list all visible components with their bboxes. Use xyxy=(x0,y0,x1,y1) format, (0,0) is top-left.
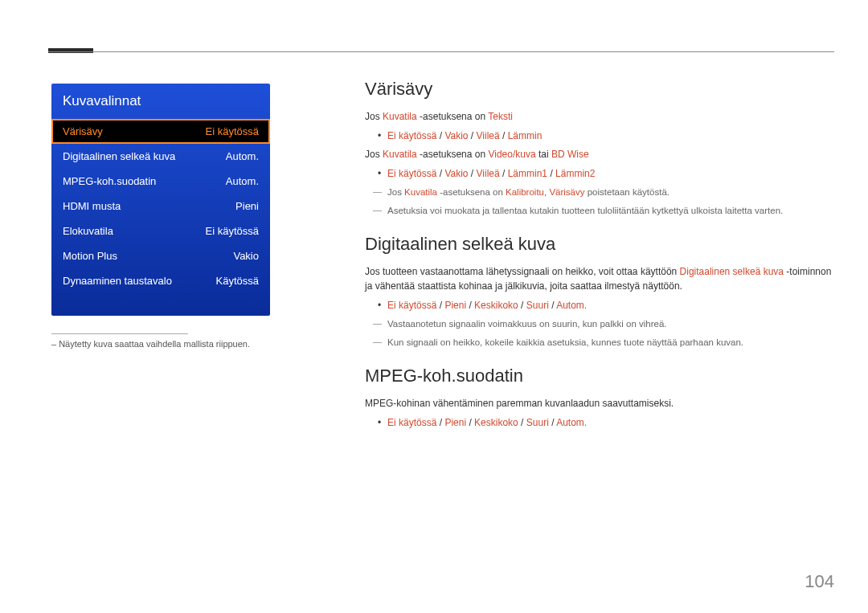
menu-row-value: Ei käytössä xyxy=(206,125,259,137)
section-mpeg: MPEG-koh.suodatin MPEG-kohinan vähentämi… xyxy=(365,366,834,431)
section-heading: MPEG-koh.suodatin xyxy=(365,366,834,386)
menu-row-label: Elokuvatila xyxy=(63,225,113,237)
bullet-item: Ei käytössä / Pieni / Keskikoko / Suuri … xyxy=(365,415,834,431)
header-accent-bar xyxy=(48,48,93,53)
menu-row-label: HDMI musta xyxy=(63,200,121,212)
menu-row-hdmi[interactable]: HDMI musta Pieni xyxy=(51,194,270,219)
menu-row-motion-plus[interactable]: Motion Plus Vakio xyxy=(51,243,270,268)
body-text: Jos Kuvatila -asetuksena on Teksti xyxy=(365,109,834,124)
right-column: Värisävy Jos Kuvatila -asetuksena on Tek… xyxy=(365,79,834,434)
section-heading: Värisävy xyxy=(365,79,834,100)
menu-row-label: MPEG-koh.suodatin xyxy=(63,175,156,187)
menu-panel-title: Kuvavalinnat xyxy=(51,84,270,119)
header-rule xyxy=(48,51,834,52)
menu-row-label: Motion Plus xyxy=(63,250,117,262)
note-line: Kun signaali on heikko, kokeile kaikkia … xyxy=(365,335,834,349)
menu-row-label: Digitaalinen selkeä kuva xyxy=(63,150,175,162)
menu-row-mpeg[interactable]: MPEG-koh.suodatin Autom. xyxy=(51,169,270,194)
bullet-item: Ei käytössä / Pieni / Keskikoko / Suuri … xyxy=(365,298,834,313)
menu-row-label: Dynaaminen taustavalo xyxy=(63,275,172,287)
section-varisavy: Värisävy Jos Kuvatila -asetuksena on Tek… xyxy=(365,79,834,218)
section-heading: Digitaalinen selkeä kuva xyxy=(365,234,834,255)
menu-row-digitaalinen[interactable]: Digitaalinen selkeä kuva Autom. xyxy=(51,144,270,169)
menu-row-value: Pieni xyxy=(235,200,259,212)
note-line: Jos Kuvatila -asetuksena on Kalibroitu, … xyxy=(365,185,834,199)
menu-panel-padding xyxy=(51,293,270,316)
menu-row-value: Käytössä xyxy=(216,275,259,287)
menu-row-value: Ei käytössä xyxy=(206,225,259,237)
menu-row-value: Autom. xyxy=(226,175,259,187)
bullet-item: Ei käytössä / Vakio / Viileä / Lämmin xyxy=(365,129,834,144)
body-text: MPEG-kohinan vähentäminen paremman kuvan… xyxy=(365,396,834,411)
menu-row-value: Autom. xyxy=(226,150,259,162)
note-line: Asetuksia voi muokata ja tallentaa kutak… xyxy=(365,203,834,218)
bullet-item: Ei käytössä / Vakio / Viileä / Lämmin1 /… xyxy=(365,166,834,182)
menu-row-label: Värisävy xyxy=(63,125,103,137)
body-text: Jos Kuvatila -asetuksena on Video/kuva t… xyxy=(365,147,834,161)
footnote-rule xyxy=(51,333,188,334)
body-text: Jos tuotteen vastaanottama lähetyssignaa… xyxy=(365,264,834,293)
menu-row-elokuvatila[interactable]: Elokuvatila Ei käytössä xyxy=(51,219,270,243)
page-number: 104 xyxy=(805,571,834,592)
section-digitaalinen: Digitaalinen selkeä kuva Jos tuotteen va… xyxy=(365,234,834,349)
menu-row-dynaaminen[interactable]: Dynaaminen taustavalo Käytössä xyxy=(51,268,270,293)
left-column: Kuvavalinnat Värisävy Ei käytössä Digita… xyxy=(51,84,270,349)
note-line: Vastaanotetun signaalin voimakkuus on su… xyxy=(365,317,834,331)
menu-row-value: Vakio xyxy=(233,250,259,262)
menu-panel: Kuvavalinnat Värisävy Ei käytössä Digita… xyxy=(51,84,270,316)
menu-row-varisavy[interactable]: Värisävy Ei käytössä xyxy=(51,119,270,144)
footnote-text: – Näytetty kuva saattaa vaihdella mallis… xyxy=(51,339,270,349)
